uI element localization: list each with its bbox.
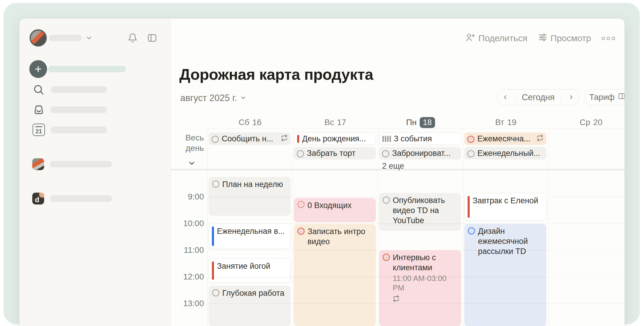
time-label: 13:00	[171, 299, 204, 308]
today-button[interactable]: Сегодня	[517, 92, 559, 102]
hour-dotline	[294, 303, 376, 304]
repeat-icon	[281, 134, 288, 143]
chevron-down-icon[interactable]	[85, 34, 93, 42]
event-soobshchit[interactable]: Сообщить н...	[209, 132, 291, 145]
event-interview[interactable]: Интервью с клиентами 11:00 AM-03:00 PM	[379, 250, 461, 326]
task-circle-icon[interactable]	[383, 254, 390, 261]
task-circle-icon[interactable]	[468, 227, 475, 234]
user-plus-icon	[465, 32, 475, 44]
task-circle-dashed-icon[interactable]	[297, 201, 305, 208]
task-circle-icon[interactable]	[382, 150, 389, 157]
event-breakfast[interactable]: Завтрак с Еленой	[464, 193, 546, 221]
sidebar: 21 d	[20, 19, 171, 326]
next-button[interactable]	[563, 94, 579, 100]
event-cake[interactable]: Забрать торт	[294, 147, 376, 159]
stacked-events-icon	[382, 136, 391, 142]
month-label: август 2025 г.	[180, 93, 237, 103]
page: 21 d Поделиться	[0, 0, 644, 326]
panel-icon	[618, 92, 625, 102]
day-header-wed[interactable]: Ср20	[548, 117, 625, 128]
divider	[561, 93, 562, 102]
event-time: 11:00 AM-03:00 PM	[393, 274, 458, 293]
calendar-label-skeleton	[51, 127, 107, 133]
event-plan-week[interactable]: План на неделю	[209, 177, 291, 216]
event-monthly[interactable]: Ежемесячна...	[464, 132, 546, 145]
app-window: 21 d Поделиться	[19, 18, 625, 326]
day-header-sat[interactable]: Сб16	[207, 117, 293, 128]
search-label-skeleton	[51, 86, 107, 93]
event-stack[interactable]: 3 события	[379, 132, 461, 145]
hour-dotline	[379, 277, 461, 277]
avatar-accent	[39, 193, 44, 198]
day-header-mon-today[interactable]: Пн18	[378, 117, 463, 128]
inbox-icon[interactable]	[33, 104, 45, 116]
view-button[interactable]: Просмотр	[538, 33, 591, 44]
task-circle-icon[interactable]	[212, 289, 219, 296]
event-color-bar	[212, 226, 214, 246]
view-label: Просмотр	[550, 33, 591, 43]
event-weekly-digest[interactable]: Еженедельный...	[464, 147, 546, 159]
calendar-icon-day: 21	[33, 128, 44, 135]
plan-label: Тариф	[589, 92, 615, 102]
event-inbox-zero[interactable]: 0 Входящих	[294, 198, 376, 222]
search-icon[interactable]	[33, 84, 44, 95]
event-weekly[interactable]: Еженедельная в...	[209, 223, 291, 249]
month-selector[interactable]: август 2025 г.	[180, 93, 247, 103]
chevron-down-icon	[240, 93, 247, 103]
time-label: 9:00	[171, 192, 204, 202]
task-circle-icon[interactable]	[383, 196, 390, 204]
task-circle-icon[interactable]	[297, 228, 305, 235]
inbox-label-skeleton	[51, 106, 107, 113]
event-newsletter-design[interactable]: Дизайн ежемесячной рассылки TD	[464, 224, 546, 326]
hour-dotline	[209, 303, 291, 304]
add-button[interactable]	[29, 60, 47, 78]
task-circle-icon[interactable]	[467, 150, 474, 157]
share-button[interactable]: Поделиться	[465, 32, 527, 44]
hour-dotline	[379, 303, 461, 304]
event-record-intro[interactable]: Записать интро видео	[294, 224, 376, 326]
more-events-link[interactable]: 2 еще	[382, 162, 404, 171]
avatar-letter: d	[32, 196, 39, 204]
share-label: Поделиться	[478, 33, 527, 43]
more-menu-icon[interactable]	[602, 37, 615, 40]
task-circle-icon[interactable]	[212, 180, 219, 188]
task-circle-icon[interactable]	[212, 136, 219, 143]
plan-button[interactable]: Тариф	[584, 89, 625, 105]
time-label: 10:00	[171, 219, 204, 228]
event-publish-video[interactable]: Опубликовать видео TD на YouTube	[379, 193, 461, 231]
day-header-tue[interactable]: Вт19	[463, 117, 548, 128]
collapse-allday-icon[interactable]	[188, 159, 196, 169]
workspace-avatar[interactable]	[30, 29, 47, 47]
divider	[515, 93, 516, 102]
time-label: 12:00	[171, 272, 204, 282]
header-actions: Поделиться Просмотр	[465, 32, 615, 45]
sliders-icon	[538, 33, 548, 44]
account2-name-skeleton	[50, 195, 112, 202]
hour-dotline	[209, 197, 291, 197]
day-column-sun: День рождения... Забрать торт 0 Входящих…	[293, 128, 378, 326]
workspace-name-skeleton	[49, 35, 82, 41]
event-color-bar	[297, 135, 299, 143]
toggle-sidebar-icon[interactable]	[147, 33, 157, 43]
repeat-icon	[537, 134, 543, 143]
account-avatar-d[interactable]: d	[32, 193, 44, 204]
event-color-bar	[468, 196, 470, 218]
day-column-sat: Сообщить н... План на неделю Еженедельна…	[207, 128, 293, 326]
calendar-icon[interactable]: 21	[33, 124, 45, 136]
event-birthday[interactable]: День рождения...	[294, 132, 376, 145]
repeat-icon	[393, 295, 458, 305]
allday-label: Весьдень	[171, 132, 204, 153]
account-avatar[interactable]	[32, 158, 44, 170]
bell-icon[interactable]	[128, 33, 138, 43]
today-badge: 18	[420, 117, 435, 128]
add-label-skeleton	[48, 66, 126, 72]
day-header-sun[interactable]: Вс17	[293, 117, 378, 128]
task-circle-icon[interactable]	[297, 150, 304, 157]
prev-button[interactable]	[497, 94, 513, 100]
event-yoga[interactable]: Занятие йогой	[209, 258, 291, 283]
event-book[interactable]: Забронироват...	[379, 147, 461, 159]
hour-dotline	[209, 277, 290, 278]
task-circle-icon[interactable]	[467, 136, 474, 143]
hour-dotline	[464, 277, 546, 277]
event-deep-work[interactable]: Глубокая работа	[209, 286, 291, 326]
